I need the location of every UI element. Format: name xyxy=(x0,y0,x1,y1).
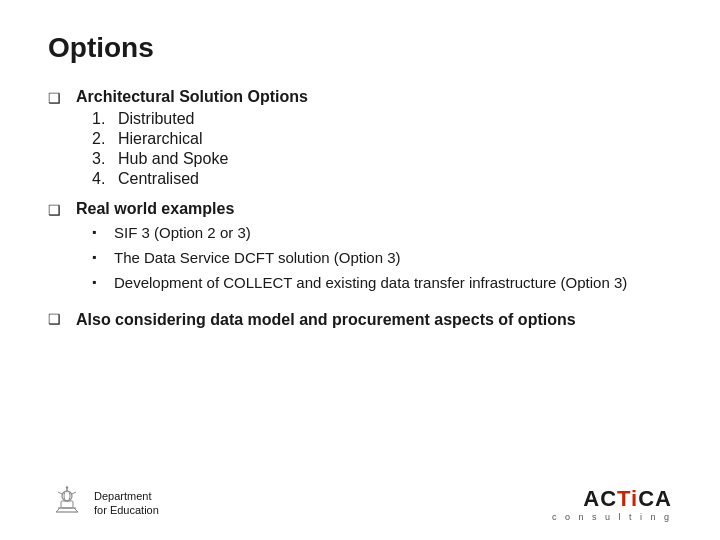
numbered-item-4: 4. Centralised xyxy=(92,170,308,188)
actica-brand-text: ACTiCA xyxy=(583,486,672,512)
architectural-label: Architectural Solution Options xyxy=(76,88,308,105)
sub-bullet-3: ▪ xyxy=(92,275,106,293)
sub-item-1: ▪ SIF 3 (Option 2 or 3) xyxy=(92,222,627,243)
actica-ti: Ti xyxy=(617,486,638,511)
item-centralised: Centralised xyxy=(118,170,199,188)
actica-ca: CA xyxy=(638,486,672,511)
sub-bullet-1: ▪ xyxy=(92,225,106,243)
crest-icon xyxy=(48,484,86,522)
numbered-item-1: 1. Distributed xyxy=(92,110,308,128)
item-hub-spoke: Hub and Spoke xyxy=(118,150,228,168)
slide: Options ❑ Architectural Solution Options… xyxy=(0,0,720,540)
svg-line-8 xyxy=(56,508,60,512)
real-world-label: Real world examples xyxy=(76,200,234,217)
actica-ac: AC xyxy=(583,486,617,511)
content-area: ❑ Architectural Solution Options 1. Dist… xyxy=(48,88,672,331)
sub-text-2: The Data Service DCFT solution (Option 3… xyxy=(114,247,627,268)
actica-sub-text: c o n s u l t i n g xyxy=(552,512,672,522)
svg-line-4 xyxy=(58,492,62,494)
sub-bullet-2: ▪ xyxy=(92,250,106,268)
num-4: 4. xyxy=(92,170,110,188)
dept-text: Department for Education xyxy=(94,489,159,518)
section-also: ❑ Also considering data model and procur… xyxy=(48,305,672,331)
item-distributed: Distributed xyxy=(118,110,194,128)
num-3: 3. xyxy=(92,150,110,168)
dept-logo: Department for Education xyxy=(48,484,159,522)
item-hierarchical: Hierarchical xyxy=(118,130,202,148)
bullet-symbol-3: ❑ xyxy=(48,311,66,327)
svg-line-5 xyxy=(72,492,76,494)
svg-rect-6 xyxy=(61,501,73,508)
svg-point-1 xyxy=(64,491,70,501)
sub-list: ▪ SIF 3 (Option 2 or 3) ▪ The Data Servi… xyxy=(92,222,627,293)
num-1: 1. xyxy=(92,110,110,128)
bullet-architectural: ❑ Architectural Solution Options 1. Dist… xyxy=(48,88,672,188)
sub-text-3: Development of COLLECT and existing data… xyxy=(114,272,627,293)
page-title: Options xyxy=(48,32,672,64)
bullet-symbol-1: ❑ xyxy=(48,90,66,106)
bullet-also: ❑ Also considering data model and procur… xyxy=(48,309,672,331)
sub-text-1: SIF 3 (Option 2 or 3) xyxy=(114,222,627,243)
footer: Department for Education ACTiCA c o n s … xyxy=(48,484,672,522)
numbered-item-2: 2. Hierarchical xyxy=(92,130,308,148)
numbered-list: 1. Distributed 2. Hierarchical 3. Hub an… xyxy=(92,110,308,188)
sub-item-3: ▪ Development of COLLECT and existing da… xyxy=(92,272,627,293)
section-architectural: ❑ Architectural Solution Options 1. Dist… xyxy=(48,88,672,188)
bullet-real-world: ❑ Real world examples ▪ SIF 3 (Option 2 … xyxy=(48,200,672,293)
sub-item-2: ▪ The Data Service DCFT solution (Option… xyxy=(92,247,627,268)
section-real-world: ❑ Real world examples ▪ SIF 3 (Option 2 … xyxy=(48,200,672,293)
svg-line-9 xyxy=(74,508,78,512)
numbered-item-3: 3. Hub and Spoke xyxy=(92,150,308,168)
bullet-symbol-2: ❑ xyxy=(48,202,66,218)
actica-logo: ACTiCA c o n s u l t i n g xyxy=(552,486,672,522)
svg-point-3 xyxy=(66,486,68,488)
num-2: 2. xyxy=(92,130,110,148)
also-label: Also considering data model and procurem… xyxy=(76,309,672,331)
